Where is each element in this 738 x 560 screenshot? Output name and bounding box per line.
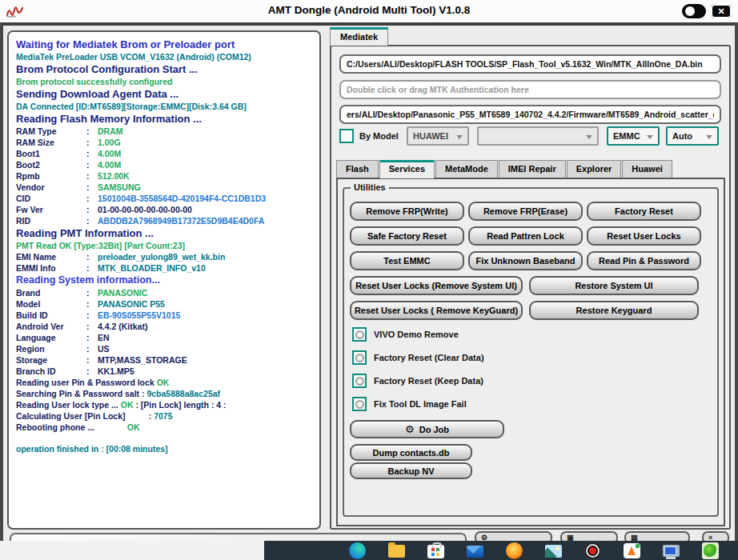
firefox-icon[interactable]: [506, 542, 523, 559]
reset-user-locks-remove-keyguard-button[interactable]: Reset User Locks ( Remove KeyGuard): [350, 301, 523, 320]
log-kv-value: ABDDB2A7968949B17372E5D9B4E4D0FA: [98, 216, 264, 226]
utilities-checkboxes: VIVO Demo RemoveFactory Reset (Clear Dat…: [352, 327, 484, 420]
brand-select[interactable]: HUAWEI: [407, 126, 469, 146]
mode-select-value: Auto: [672, 131, 692, 141]
edge-icon[interactable]: [349, 542, 366, 559]
recorder-icon[interactable]: [584, 542, 601, 559]
remove-frp-write-button[interactable]: Remove FRP(Write): [350, 202, 464, 221]
read-pin-password-button[interactable]: Read Pin & Password: [587, 251, 701, 270]
log-kv-value: 4.4.2 (Kitkat): [98, 322, 147, 331]
window-border-left: [0, 22, 3, 541]
log-line: MediaTek PreLoader USB VCOM_V1632 (Andro…: [16, 51, 312, 62]
factory-reset-clear-data-label: Factory Reset (Clear Data): [374, 353, 484, 362]
log-kv-value: 4.00M: [98, 149, 121, 158]
mtk-auth-input[interactable]: [339, 80, 721, 99]
log-kv-line: Model:PANASONIC P55: [16, 298, 312, 310]
log-kv-colon: :: [86, 298, 98, 310]
log-kv-colon: :: [86, 193, 98, 204]
close-icon[interactable]: ✕: [711, 4, 732, 18]
photos-icon[interactable]: [545, 545, 562, 558]
da-file-input[interactable]: [339, 54, 721, 74]
remove-frp-erase-button[interactable]: Remove FRP(Erase): [468, 202, 583, 221]
window-title: AMT Dongle (Android Multi Tool) V1.0.8: [0, 4, 738, 16]
log-kv-line: EMMI Info:MTK_BLOADER_INFO_v10: [16, 262, 312, 274]
tab-explorer[interactable]: Explorer: [567, 160, 622, 178]
log-segment: Reading user Pin & Password lock: [16, 378, 157, 387]
fix-unknown-baseband-button[interactable]: Fix Unknown Baseband: [468, 251, 583, 270]
log-kv-line: RAM Type:DRAM: [16, 126, 312, 137]
reset-user-locks-remove-system-ui-button[interactable]: Reset User Locks (Remove System UI): [350, 276, 523, 295]
folder-icon[interactable]: [388, 545, 405, 558]
checkbox-circle-icon: [355, 400, 364, 409]
tab-mediatek[interactable]: Mediatek: [330, 27, 388, 46]
log-kv-value: 4.00M: [98, 160, 121, 170]
log-kv-colon: :: [86, 170, 98, 182]
reset-user-locks-button[interactable]: Reset User Locks: [587, 226, 701, 246]
tab-services[interactable]: Services: [379, 160, 435, 178]
log-kv-value: SAMSUNG: [98, 182, 141, 192]
store-icon[interactable]: [427, 545, 444, 558]
model-select[interactable]: [477, 126, 599, 146]
do-job-button[interactable]: ⚙ Do Job: [350, 420, 504, 438]
log-segment: : [Pin Lock] length : 4 :: [133, 400, 226, 410]
by-model-checkbox[interactable]: [339, 129, 354, 143]
read-pattren-lock-button[interactable]: Read Pattren Lock: [468, 226, 583, 246]
log-kv-line: RAM Size:1.00G: [16, 137, 312, 148]
log-kv-value: preloader_yulong89_wet_kk.bin: [98, 252, 225, 262]
titlebar: AMT Dongle (Android Multi Tool) V1.0.8 ✕: [0, 0, 738, 22]
log-kv-label: RAM Size: [16, 137, 86, 148]
dump-contacts-db-button[interactable]: Dump contacts.db: [350, 444, 472, 461]
chevron-down-icon: [456, 135, 463, 139]
minimize-toggle-icon[interactable]: [682, 4, 706, 18]
chevron-down-icon: [586, 135, 592, 139]
factory-reset-button[interactable]: Factory Reset: [587, 202, 701, 221]
log-kv-label: Model: [16, 298, 86, 310]
safe-factory-reset-button[interactable]: Safe Factory Reset: [350, 226, 464, 246]
log-kv-value: US: [98, 344, 110, 354]
log-kv-colon: :: [86, 159, 98, 170]
log-segment: 9cba5888a8ac25af: [146, 389, 220, 398]
log-kv-value: EN: [98, 333, 110, 342]
factory-reset-keep-data-checkbox[interactable]: [352, 374, 367, 388]
mail-icon[interactable]: [467, 546, 483, 558]
log-kv-label: EMMI Info: [16, 262, 86, 274]
dragon-icon[interactable]: [702, 542, 719, 559]
backup-nv-button[interactable]: Backup NV: [350, 462, 472, 479]
restore-system-ui-button[interactable]: Restore System UI: [529, 276, 699, 295]
log-segment: OK: [127, 422, 140, 432]
vlc-icon[interactable]: [624, 543, 640, 558]
log-line: Searching Pin & Password salt : 9cba5888…: [16, 388, 312, 399]
tab-flash[interactable]: Flash: [336, 160, 379, 178]
log-kv-value: PANASONIC P55: [98, 299, 165, 309]
log-line: Reading User lock type ... OK : [Pin Loc…: [16, 399, 312, 410]
tab-imei-repair[interactable]: IMEI Repair: [499, 160, 566, 178]
log-kv-line: Region:US: [16, 343, 312, 354]
by-model-label: By Model: [359, 131, 399, 141]
log-kv-colon: :: [86, 343, 98, 354]
computer-icon[interactable]: [663, 545, 680, 557]
factory-reset-clear-data-checkbox[interactable]: [352, 350, 367, 365]
factory-reset-keep-data-label: Factory Reset (Keep Data): [374, 376, 483, 386]
log-segment: OK: [121, 400, 134, 410]
log-kv-value: MTP,MASS_STORAGE: [98, 355, 187, 365]
test-emmc-button[interactable]: Test EMMC: [350, 251, 464, 270]
restore-keyguard-button[interactable]: Restore Keyguard: [529, 301, 699, 320]
log-heading: Reading PMT Information ...: [16, 226, 312, 240]
app-window: AMT Dongle (Android Multi Tool) V1.0.8 ✕…: [0, 0, 738, 560]
mode-select[interactable]: Auto: [666, 126, 719, 146]
scatter-file-input[interactable]: [339, 105, 721, 124]
vivo-demo-remove-checkbox[interactable]: [352, 327, 367, 342]
log-kv-line: Build ID:EB-90S055P55V1015: [16, 310, 312, 321]
log-segment: Calculating User [Pin Lock] :: [16, 411, 154, 421]
log-kv-line: Storage:MTP,MASS_STORAGE: [16, 354, 312, 366]
log-kv-line: Rpmb:512.00K: [16, 170, 312, 182]
factory-reset-clear-data-row: Factory Reset (Clear Data): [352, 350, 484, 365]
fix-tool-dl-image-fail-checkbox[interactable]: [352, 397, 367, 411]
log-panel[interactable]: Waiting for Mediatek Brom or Preloader p…: [7, 30, 321, 530]
log-kv-line: Branch ID:KK1.MP5: [16, 366, 312, 377]
storage-select[interactable]: EMMC: [607, 126, 660, 146]
tab-huawei[interactable]: Huawei: [622, 160, 672, 178]
vivo-demo-remove-label: VIVO Demo Remove: [374, 330, 459, 339]
log-kv-colon: :: [86, 321, 98, 332]
tab-metamode[interactable]: MetaMode: [435, 160, 498, 178]
